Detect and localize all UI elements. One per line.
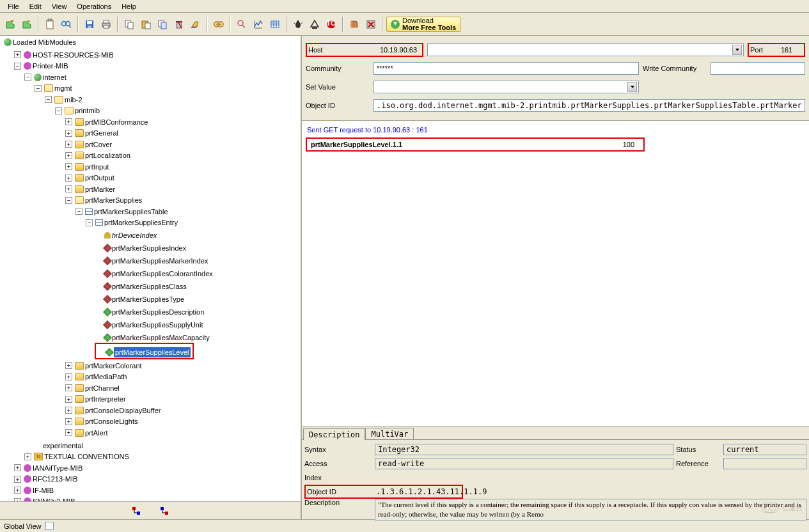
- tree-item[interactable]: prtCover: [85, 139, 112, 150]
- expand-toggle[interactable]: −: [65, 197, 72, 204]
- expand-toggle[interactable]: +: [65, 396, 72, 403]
- setvalue-dropdown[interactable]: [373, 81, 639, 93]
- copy-icon[interactable]: [122, 17, 137, 32]
- clear-icon[interactable]: [188, 17, 203, 32]
- expand-toggle[interactable]: −: [75, 208, 82, 215]
- load-mib-icon[interactable]: [3, 17, 18, 32]
- tree-item[interactable]: mgmt: [54, 83, 72, 93]
- expand-toggle[interactable]: +: [14, 498, 21, 502]
- get-icon[interactable]: [234, 17, 249, 32]
- tree-item[interactable]: prtMediaPath: [85, 372, 127, 382]
- tree-item[interactable]: TEXTUAL CONVENTIONS: [44, 451, 129, 462]
- menu-edit[interactable]: Edit: [24, 1, 47, 12]
- community-input[interactable]: [373, 62, 639, 75]
- debug-icon[interactable]: [290, 17, 306, 32]
- tree-item[interactable]: prtMarkerColorant: [85, 361, 142, 371]
- menu-help[interactable]: Help: [116, 1, 141, 12]
- expand-toggle[interactable]: +: [65, 141, 72, 148]
- trap-icon[interactable]: [307, 17, 322, 32]
- table-icon[interactable]: [267, 17, 283, 32]
- expand-toggle[interactable]: +: [65, 384, 72, 391]
- tree-item[interactable]: prtMarkerSuppliesClass: [112, 281, 187, 292]
- result-panel[interactable]: Sent GET request to 10.19.90.63 : 161 pr…: [302, 120, 809, 426]
- tree-item[interactable]: prtMarkerSuppliesType: [112, 294, 184, 304]
- clipboard-icon[interactable]: [42, 17, 58, 32]
- tree-item[interactable]: prtMIBConformance: [85, 117, 148, 127]
- write-community-input[interactable]: [711, 62, 805, 75]
- mib-tree[interactable]: Loaded MibModules + HOST-RESOURCES-MIB −…: [0, 36, 301, 501]
- expand-toggle[interactable]: −: [14, 63, 21, 70]
- expand-toggle[interactable]: +: [14, 464, 21, 471]
- expand-toggle[interactable]: +: [65, 175, 72, 182]
- tree-nav-icon[interactable]: [160, 506, 169, 515]
- expand-toggle[interactable]: +: [65, 163, 72, 170]
- save-icon[interactable]: [82, 17, 97, 32]
- tree-item[interactable]: internet: [43, 72, 67, 82]
- expand-toggle[interactable]: −: [45, 96, 52, 103]
- expand-toggle[interactable]: +: [65, 130, 72, 137]
- find-icon[interactable]: [59, 17, 74, 32]
- download-tools-button[interactable]: Download More Free Tools: [386, 17, 460, 32]
- exit-icon[interactable]: [363, 17, 379, 32]
- expand-toggle[interactable]: −: [86, 219, 93, 226]
- expand-toggle[interactable]: −: [24, 74, 31, 81]
- settings-icon[interactable]: [211, 17, 226, 32]
- tree-item[interactable]: RFC1213-MIB: [33, 474, 77, 484]
- tree-item[interactable]: prtMarkerSupplies: [85, 195, 142, 205]
- global-view-checkbox[interactable]: [45, 522, 54, 530]
- tree-item[interactable]: prtMarkerSuppliesDescription: [112, 307, 204, 317]
- cut-icon[interactable]: [155, 17, 170, 32]
- expand-toggle[interactable]: −: [55, 107, 62, 114]
- expand-toggle[interactable]: +: [65, 373, 72, 380]
- tree-item[interactable]: prtMarkerSuppliesMarkerIndex: [112, 256, 208, 266]
- tree-item[interactable]: printmib: [75, 106, 100, 116]
- expand-toggle[interactable]: +: [65, 185, 72, 192]
- expand-toggle[interactable]: +: [65, 429, 72, 436]
- tree-item[interactable]: prtMarker: [85, 184, 115, 194]
- expand-toggle[interactable]: +: [65, 418, 72, 425]
- tree-item[interactable]: prtMarkerSuppliesEntry: [104, 217, 178, 228]
- tree-item[interactable]: prtLocalization: [85, 150, 130, 160]
- print-icon[interactable]: [98, 17, 114, 32]
- tree-item[interactable]: HOST-RESOURCES-MIB: [33, 50, 114, 60]
- tree-item-selected[interactable]: prtMarkerSuppliesLevel: [114, 347, 191, 357]
- expand-toggle[interactable]: +: [65, 118, 72, 125]
- expand-toggle[interactable]: +: [65, 152, 72, 159]
- expand-toggle[interactable]: +: [65, 407, 72, 414]
- menu-operations[interactable]: Operations: [72, 1, 116, 12]
- tree-item[interactable]: prtMarkerSuppliesTable: [94, 207, 168, 217]
- tab-multivar[interactable]: MultiVar: [365, 428, 414, 439]
- expand-toggle[interactable]: +: [65, 362, 72, 369]
- tab-description[interactable]: Description: [303, 428, 365, 440]
- host-dropdown[interactable]: [427, 43, 744, 56]
- menu-file[interactable]: File: [3, 1, 24, 12]
- expand-toggle[interactable]: +: [14, 487, 21, 494]
- unload-mib-icon[interactable]: [19, 17, 35, 32]
- tree-item[interactable]: mib-2: [65, 95, 82, 105]
- tree-item[interactable]: prtMarkerSuppliesMaxCapacity: [112, 332, 210, 343]
- expand-toggle[interactable]: +: [24, 453, 31, 460]
- tree-item[interactable]: experimental: [43, 441, 83, 451]
- tree-item[interactable]: prtInput: [85, 162, 109, 172]
- tree-item[interactable]: prtMarkerSuppliesColorantIndex: [112, 269, 213, 279]
- tree-item[interactable]: prtMarkerSuppliesIndex: [112, 243, 186, 253]
- tree-item[interactable]: prtMarkerSuppliesSupplyUnit: [112, 320, 203, 330]
- expand-toggle[interactable]: −: [35, 85, 42, 92]
- tree-item[interactable]: prtGeneral: [85, 128, 118, 138]
- stop-icon[interactable]: STOP: [324, 17, 339, 32]
- tree-item[interactable]: prtInterpreter: [85, 394, 126, 404]
- graph-icon[interactable]: [251, 17, 266, 32]
- tree-item[interactable]: prtConsoleDisplayBuffer: [85, 405, 161, 416]
- expand-toggle[interactable]: +: [14, 51, 21, 58]
- tree-item[interactable]: SNMPv2-MIB: [33, 496, 75, 501]
- tree-item[interactable]: prtChannel: [85, 383, 120, 393]
- help-icon[interactable]: [347, 17, 362, 32]
- tree-item[interactable]: prtConsoleLights: [85, 416, 138, 426]
- tree-item[interactable]: hrDeviceIndex: [112, 230, 157, 240]
- expand-toggle[interactable]: +: [14, 476, 21, 483]
- delete-icon[interactable]: [171, 17, 187, 32]
- tree-item[interactable]: Printer-MIB: [33, 61, 68, 71]
- tree-item[interactable]: prtOutput: [85, 173, 114, 183]
- menu-view[interactable]: View: [47, 1, 72, 12]
- tree-item[interactable]: prtAlert: [85, 428, 107, 438]
